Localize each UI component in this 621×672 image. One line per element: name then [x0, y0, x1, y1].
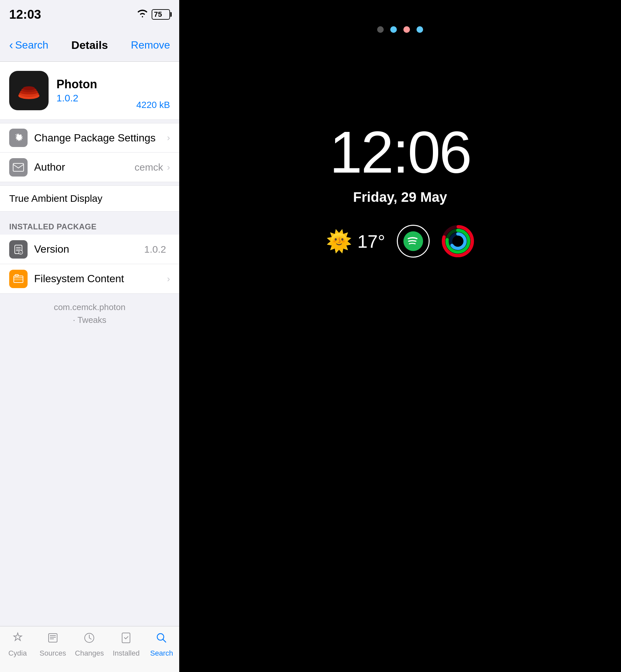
tab-sources-label: Sources	[40, 649, 66, 658]
svg-rect-7	[13, 163, 24, 171]
navigation-bar: ‹ Search Details Remove	[0, 29, 179, 62]
tab-search[interactable]: Search	[148, 632, 175, 658]
svg-rect-18	[49, 634, 57, 642]
cydia-panel: 12:03 75 ‹ Search Details Remove	[0, 0, 179, 672]
lock-clock: 12:06	[330, 118, 471, 186]
package-category: · Tweaks	[9, 314, 170, 327]
version-icon: V	[9, 240, 28, 259]
gear-icon	[9, 129, 28, 147]
svg-rect-15	[14, 277, 23, 278]
status-icons: 75	[136, 9, 170, 20]
filesystem-row[interactable]: Filesystem Content ›	[0, 264, 179, 294]
tab-installed-label: Installed	[113, 649, 139, 658]
app-size: 4220 kB	[136, 100, 170, 110]
changes-icon	[83, 632, 95, 647]
remove-button[interactable]: Remove	[131, 39, 170, 51]
lock-screen: 12:06 Friday, 29 May 🌞 17°	[179, 0, 621, 672]
dot-1	[377, 26, 384, 33]
tab-sources[interactable]: Sources	[40, 632, 66, 658]
page-title: Details	[71, 39, 108, 51]
filesystem-icon	[9, 270, 28, 288]
tab-bar: Cydia Sources Changes	[0, 626, 179, 672]
filesystem-label: Filesystem Content	[34, 273, 167, 285]
sources-icon	[47, 632, 59, 647]
tab-installed[interactable]: Installed	[113, 632, 139, 658]
change-package-settings-label: Change Package Settings	[34, 132, 167, 144]
svg-rect-17	[15, 275, 18, 276]
svg-rect-16	[14, 279, 23, 280]
search-icon	[155, 632, 168, 647]
installed-package-header: INSTALLED PACKAGE	[0, 215, 179, 235]
tab-changes-label: Changes	[75, 649, 104, 658]
wifi-icon	[136, 9, 148, 20]
back-button[interactable]: ‹ Search	[9, 38, 48, 52]
installed-icon	[120, 632, 132, 647]
chevron-right-icon: ›	[167, 133, 170, 143]
chevron-right-icon-2: ›	[167, 162, 170, 173]
svg-rect-9	[16, 247, 21, 248]
package-id: com.cemck.photon	[9, 301, 170, 314]
sun-icon: 🌞	[326, 229, 352, 254]
svg-rect-21	[50, 638, 54, 639]
version-label: Version	[34, 243, 144, 255]
chevron-left-icon: ‹	[9, 38, 13, 52]
ambient-display-label: True Ambient Display	[9, 193, 102, 204]
app-info: Photon 1.0.2	[56, 77, 128, 104]
app-name: Photon	[56, 77, 128, 91]
status-bar: 12:03 75	[0, 0, 179, 29]
tab-cydia-label: Cydia	[8, 649, 27, 658]
svg-rect-20	[50, 637, 56, 637]
svg-text:V: V	[20, 251, 22, 254]
version-value: 1.0.2	[144, 244, 166, 255]
dot-2	[390, 26, 397, 33]
svg-rect-10	[16, 249, 21, 249]
tab-search-label: Search	[150, 649, 173, 658]
author-row[interactable]: Author cemck ›	[0, 153, 179, 182]
mail-icon	[9, 158, 28, 176]
page-dots	[377, 26, 423, 33]
status-time: 12:03	[9, 7, 41, 22]
author-value: cemck	[134, 162, 163, 173]
svg-rect-11	[16, 250, 19, 251]
svg-point-24	[157, 634, 164, 640]
battery-indicator: 75	[152, 9, 170, 20]
change-package-settings-row[interactable]: Change Package Settings ›	[0, 123, 179, 153]
app-header: Photon 1.0.2 4220 kB	[0, 62, 179, 120]
back-label: Search	[15, 39, 48, 51]
version-row: V Version 1.0.2	[0, 235, 179, 264]
weather-widget: 🌞 17°	[326, 229, 385, 254]
ambient-display-row: True Ambient Display	[0, 185, 179, 212]
temperature: 17°	[358, 231, 385, 252]
settings-section: Change Package Settings › Author cemck ›	[0, 123, 179, 182]
lock-date: Friday, 29 May	[353, 189, 447, 205]
widgets-row: 🌞 17°	[326, 225, 474, 258]
app-version: 1.0.2	[56, 92, 128, 104]
cydia-icon	[11, 632, 24, 647]
svg-rect-6	[18, 94, 39, 95]
package-footer: com.cemck.photon · Tweaks	[0, 294, 179, 334]
tab-changes[interactable]: Changes	[75, 632, 104, 658]
svg-point-5	[23, 86, 35, 90]
spotify-widget	[397, 225, 430, 258]
dot-4	[416, 26, 423, 33]
dot-3	[403, 26, 410, 33]
author-label: Author	[34, 161, 134, 173]
chevron-right-icon-3: ›	[167, 274, 170, 284]
activity-rings-widget	[442, 225, 474, 258]
tab-cydia[interactable]: Cydia	[5, 632, 31, 658]
svg-rect-23	[122, 633, 130, 643]
app-icon	[9, 71, 49, 110]
svg-rect-19	[50, 635, 56, 636]
installed-package-title: INSTALLED PACKAGE	[9, 222, 96, 231]
